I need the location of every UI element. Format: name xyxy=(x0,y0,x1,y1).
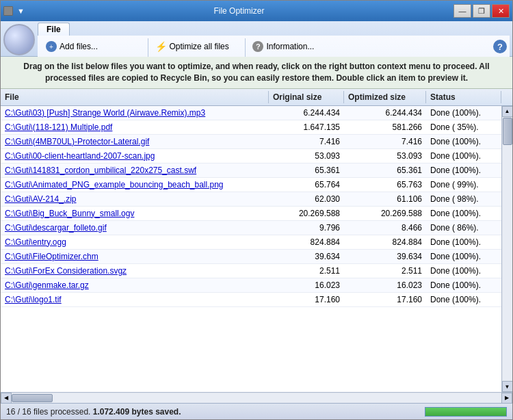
file-cell[interactable]: C:\Guti\Big_Buck_Bunny_small.ogv xyxy=(1,207,269,220)
table-header: File Original size Optimized size Status xyxy=(1,89,512,106)
original-size-cell: 65.361 xyxy=(269,163,344,177)
info-bar: Drag on the list below files you want to… xyxy=(1,57,512,89)
status-cell: Done (100%). xyxy=(426,163,501,177)
optimized-size-cell: 61.106 xyxy=(344,192,426,206)
app-logo xyxy=(3,24,35,55)
status-cell: Done (100%). xyxy=(426,264,501,278)
optimized-size-cell: 17.160 xyxy=(344,293,426,306)
information-button[interactable]: ? Information... xyxy=(250,40,337,53)
table-row[interactable]: C:\Guti\03) [Push] Strange World (Airwav… xyxy=(1,106,501,120)
optimized-size-cell: 581.266 xyxy=(344,120,426,134)
status-cell: Done ( 98%). xyxy=(426,192,501,206)
original-size-cell: 39.634 xyxy=(269,250,344,263)
file-cell[interactable]: C:\Guti\ForEx Consideration.svgz xyxy=(1,264,269,278)
file-cell[interactable]: C:\Guti\entry.ogg xyxy=(1,235,269,249)
files-processed-text: 16 / 16 files processed. 1.072.409 bytes… xyxy=(6,407,181,417)
add-files-icon: + xyxy=(46,41,57,52)
table-row[interactable]: C:\Guti\Big_Buck_Bunny_small.ogv20.269.5… xyxy=(1,207,501,221)
file-cell[interactable]: C:\Guti\(4MB70UL)-Protector-Lateral.gif xyxy=(1,135,269,148)
optimized-size-cell: 2.511 xyxy=(344,264,426,278)
scroll-thumb[interactable] xyxy=(503,118,512,145)
help-icon: ? xyxy=(493,40,507,53)
table-row[interactable]: C:\Guti\(4MB70UL)-Protector-Lateral.gif7… xyxy=(1,135,501,149)
table-row[interactable]: C:\Guti\FileOptimizer.chm39.63439.634Don… xyxy=(1,250,501,264)
main-window: ▼ File Optimizer — ❐ ✕ File + xyxy=(0,0,513,420)
file-table-container: File Original size Optimized size Status… xyxy=(1,89,512,403)
status-cell: Done (100%). xyxy=(426,250,501,263)
original-size-cell: 17.160 xyxy=(269,293,344,306)
progress-bar-container xyxy=(425,407,507,417)
table-row[interactable]: C:\Guti\descargar_folleto.gif9.7968.466D… xyxy=(1,221,501,235)
status-cell: Done ( 99%). xyxy=(426,178,501,192)
original-size-cell: 2.511 xyxy=(269,264,344,278)
col-header-file: File xyxy=(1,91,269,103)
minimize-button[interactable]: — xyxy=(453,4,471,18)
table-body[interactable]: C:\Guti\03) [Push] Strange World (Airwav… xyxy=(1,106,501,392)
optimize-all-icon: ⚡ xyxy=(155,41,166,52)
file-cell[interactable]: C:\Guti\00-client-heartland-2007-scan.jp… xyxy=(1,149,269,163)
optimized-size-cell: 65.361 xyxy=(344,163,426,177)
scroll-down-arrow[interactable]: ▼ xyxy=(502,381,513,392)
optimized-size-cell: 65.763 xyxy=(344,178,426,192)
maximize-button[interactable]: ❐ xyxy=(473,4,490,18)
table-row[interactable]: C:\Guti\AV-214_.zip62.03061.106Done ( 98… xyxy=(1,192,501,207)
status-cell: Done (100%). xyxy=(426,149,501,163)
information-icon: ? xyxy=(252,41,263,52)
progress-bar-fill xyxy=(425,408,506,416)
add-files-button[interactable]: + Add files... xyxy=(43,40,142,53)
original-size-cell: 53.093 xyxy=(269,149,344,163)
table-with-scroll: C:\Guti\03) [Push] Strange World (Airwav… xyxy=(1,106,512,392)
file-cell[interactable]: C:\Guti\descargar_folleto.gif xyxy=(1,221,269,235)
file-cell[interactable]: C:\Guti\AV-214_.zip xyxy=(1,192,269,206)
app-icon xyxy=(3,6,13,16)
optimized-size-cell: 16.023 xyxy=(344,278,426,292)
hscroll-left-arrow[interactable]: ◀ xyxy=(1,393,12,404)
optimized-size-cell: 8.466 xyxy=(344,221,426,235)
bytes-saved-text: 1.072.409 bytes saved. xyxy=(93,407,181,417)
original-size-cell: 824.884 xyxy=(269,235,344,249)
file-cell[interactable]: C:\Guti\03) [Push] Strange World (Airwav… xyxy=(1,106,269,120)
original-size-cell: 16.023 xyxy=(269,278,344,292)
status-cell: Done (100%). xyxy=(426,235,501,249)
scroll-track xyxy=(503,118,512,380)
title-bar-buttons: — ❐ ✕ xyxy=(453,4,510,18)
hscroll-track xyxy=(12,393,501,403)
file-cell[interactable]: C:\Guti\(118-121) Multiple.pdf xyxy=(1,120,269,134)
table-row[interactable]: C:\Guti\141831_cordon_umbilical_220x275_… xyxy=(1,163,501,178)
table-row[interactable]: C:\Guti\ForEx Consideration.svgz2.5112.5… xyxy=(1,264,501,278)
tab-strip: File xyxy=(38,23,510,36)
help-circle-button[interactable]: ? xyxy=(493,40,507,53)
original-size-cell: 7.416 xyxy=(269,135,344,148)
table-row[interactable]: C:\Guti\logo1.tif17.16017.160Done (100%)… xyxy=(1,293,501,307)
table-row[interactable]: C:\Guti\genmake.tar.gz16.02316.023Done (… xyxy=(1,278,501,293)
status-cell: Done (100%). xyxy=(426,207,501,220)
file-cell[interactable]: C:\Guti\genmake.tar.gz xyxy=(1,278,269,292)
table-row[interactable]: C:\Guti\entry.ogg824.884824.884Done (100… xyxy=(1,235,501,250)
col-header-optimized: Optimized size xyxy=(344,91,426,103)
hscroll-right-arrow[interactable]: ▶ xyxy=(501,393,512,404)
close-button[interactable]: ✕ xyxy=(492,4,510,18)
title-bar-left: ▼ xyxy=(3,6,25,16)
table-row[interactable]: C:\Guti\Animated_PNG_example_bouncing_be… xyxy=(1,178,501,192)
status-cell: Done (100%). xyxy=(426,135,501,148)
original-size-cell: 65.764 xyxy=(269,178,344,192)
file-cell[interactable]: C:\Guti\FileOptimizer.chm xyxy=(1,250,269,263)
optimize-all-button[interactable]: ⚡ Optimize all files xyxy=(153,40,239,53)
vertical-scrollbar[interactable]: ▲ ▼ xyxy=(501,106,512,392)
col-header-scroll-spacer xyxy=(501,91,512,103)
original-size-cell: 62.030 xyxy=(269,192,344,206)
scroll-up-arrow[interactable]: ▲ xyxy=(502,106,513,117)
original-size-cell: 1.647.135 xyxy=(269,120,344,134)
horizontal-scrollbar[interactable]: ◀ ▶ xyxy=(1,392,512,403)
title-bar-center: File Optimizer xyxy=(25,6,453,16)
file-cell[interactable]: C:\Guti\141831_cordon_umbilical_220x275_… xyxy=(1,163,269,177)
file-cell[interactable]: C:\Guti\Animated_PNG_example_bouncing_be… xyxy=(1,178,269,192)
hscroll-thumb[interactable] xyxy=(12,394,53,402)
optimized-size-cell: 824.884 xyxy=(344,235,426,249)
file-cell[interactable]: C:\Guti\logo1.tif xyxy=(1,293,269,306)
optimized-size-cell: 7.416 xyxy=(344,135,426,148)
tab-file[interactable]: File xyxy=(38,23,70,36)
table-row[interactable]: C:\Guti\00-client-heartland-2007-scan.jp… xyxy=(1,149,501,163)
table-row[interactable]: C:\Guti\(118-121) Multiple.pdf1.647.1355… xyxy=(1,120,501,135)
original-size-cell: 6.244.434 xyxy=(269,106,344,120)
